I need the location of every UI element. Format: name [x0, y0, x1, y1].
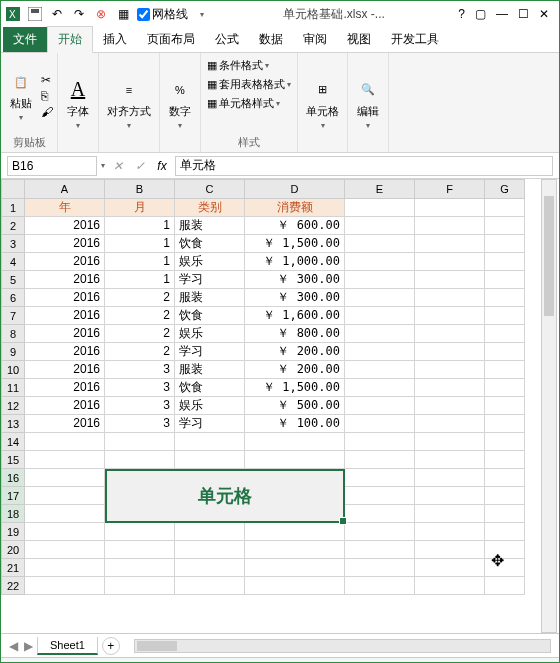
cell-A3[interactable]: 2016	[25, 235, 105, 253]
cell-D15[interactable]	[245, 451, 345, 469]
row-header-18[interactable]: 18	[1, 505, 25, 523]
row-header-10[interactable]: 10	[1, 361, 25, 379]
row-header-5[interactable]: 5	[1, 271, 25, 289]
save-icon[interactable]	[27, 6, 43, 22]
cell-E20[interactable]	[345, 541, 415, 559]
copy-icon[interactable]: ⎘	[41, 89, 53, 103]
row-header-9[interactable]: 9	[1, 343, 25, 361]
row-header-15[interactable]: 15	[1, 451, 25, 469]
cell-styles-button[interactable]: ▦单元格样式 ▾	[205, 95, 282, 112]
format-painter-icon[interactable]: 🖌	[41, 105, 53, 119]
cell-D4[interactable]: ￥ 1,000.00	[245, 253, 345, 271]
cell-D8[interactable]: ￥ 800.00	[245, 325, 345, 343]
cell-F14[interactable]	[415, 433, 485, 451]
cell-B12[interactable]: 3	[105, 397, 175, 415]
tab-view[interactable]: 视图	[337, 27, 381, 52]
cell-A6[interactable]: 2016	[25, 289, 105, 307]
cell-C8[interactable]: 娱乐	[175, 325, 245, 343]
cell-A12[interactable]: 2016	[25, 397, 105, 415]
cell-E18[interactable]	[345, 505, 415, 523]
cell-B8[interactable]: 2	[105, 325, 175, 343]
cell-B11[interactable]: 3	[105, 379, 175, 397]
cancel-formula-icon[interactable]: ✕	[109, 157, 127, 175]
cell-F4[interactable]	[415, 253, 485, 271]
grid-icon[interactable]: ▦	[115, 6, 131, 22]
cell-A4[interactable]: 2016	[25, 253, 105, 271]
font-button[interactable]: A字体▾	[62, 76, 94, 132]
cell-G17[interactable]	[485, 487, 525, 505]
cell-D14[interactable]	[245, 433, 345, 451]
cell-G18[interactable]	[485, 505, 525, 523]
cell-A8[interactable]: 2016	[25, 325, 105, 343]
row-header-6[interactable]: 6	[1, 289, 25, 307]
maximize-icon[interactable]: ☐	[518, 7, 529, 21]
cell-D11[interactable]: ￥ 1,500.00	[245, 379, 345, 397]
cell-F13[interactable]	[415, 415, 485, 433]
cell-F19[interactable]	[415, 523, 485, 541]
cell-B5[interactable]: 1	[105, 271, 175, 289]
cell-A9[interactable]: 2016	[25, 343, 105, 361]
cell-C19[interactable]	[175, 523, 245, 541]
cell-C21[interactable]	[175, 559, 245, 577]
qat-more-icon[interactable]: ▾	[194, 6, 210, 22]
cell-D19[interactable]	[245, 523, 345, 541]
cell-E17[interactable]	[345, 487, 415, 505]
col-header-F[interactable]: F	[415, 179, 485, 199]
cell-A16[interactable]	[25, 469, 105, 487]
cell-B6[interactable]: 2	[105, 289, 175, 307]
cell-E7[interactable]	[345, 307, 415, 325]
cell-C7[interactable]: 饮食	[175, 307, 245, 325]
formula-input[interactable]	[175, 156, 553, 176]
cell-B4[interactable]: 1	[105, 253, 175, 271]
cell-E14[interactable]	[345, 433, 415, 451]
cell-B22[interactable]	[105, 577, 175, 595]
row-header-21[interactable]: 21	[1, 559, 25, 577]
cell-G12[interactable]	[485, 397, 525, 415]
cell-F8[interactable]	[415, 325, 485, 343]
cell-G13[interactable]	[485, 415, 525, 433]
cell-G1[interactable]	[485, 199, 525, 217]
cell-F2[interactable]	[415, 217, 485, 235]
cell-E6[interactable]	[345, 289, 415, 307]
cell-C5[interactable]: 学习	[175, 271, 245, 289]
number-button[interactable]: %数字▾	[164, 76, 196, 132]
merged-cell[interactable]: 单元格	[105, 469, 345, 523]
cell-D13[interactable]: ￥ 100.00	[245, 415, 345, 433]
cell-G14[interactable]	[485, 433, 525, 451]
cell-D7[interactable]: ￥ 1,600.00	[245, 307, 345, 325]
cell-E9[interactable]	[345, 343, 415, 361]
cell-D9[interactable]: ￥ 200.00	[245, 343, 345, 361]
cell-G3[interactable]	[485, 235, 525, 253]
tab-developer[interactable]: 开发工具	[381, 27, 449, 52]
cell-E15[interactable]	[345, 451, 415, 469]
cell-G8[interactable]	[485, 325, 525, 343]
fx-icon[interactable]: fx	[153, 157, 171, 175]
cell-F12[interactable]	[415, 397, 485, 415]
row-header-8[interactable]: 8	[1, 325, 25, 343]
cell-C14[interactable]	[175, 433, 245, 451]
cell-A10[interactable]: 2016	[25, 361, 105, 379]
enter-formula-icon[interactable]: ✓	[131, 157, 149, 175]
ribbon-collapse-icon[interactable]: ▢	[475, 7, 486, 21]
cell-B19[interactable]	[105, 523, 175, 541]
cell-B14[interactable]	[105, 433, 175, 451]
tab-formulas[interactable]: 公式	[205, 27, 249, 52]
col-header-D[interactable]: D	[245, 179, 345, 199]
cell-F17[interactable]	[415, 487, 485, 505]
cell-F1[interactable]	[415, 199, 485, 217]
cell-A19[interactable]	[25, 523, 105, 541]
minimize-icon[interactable]: —	[496, 7, 508, 21]
align-button[interactable]: ≡对齐方式▾	[103, 76, 155, 132]
cell-C20[interactable]	[175, 541, 245, 559]
cell-G11[interactable]	[485, 379, 525, 397]
vertical-scrollbar[interactable]	[541, 179, 557, 633]
cell-C12[interactable]: 娱乐	[175, 397, 245, 415]
cell-E10[interactable]	[345, 361, 415, 379]
row-header-16[interactable]: 16	[1, 469, 25, 487]
cell-C6[interactable]: 服装	[175, 289, 245, 307]
cell-B2[interactable]: 1	[105, 217, 175, 235]
cell-A22[interactable]	[25, 577, 105, 595]
cell-F16[interactable]	[415, 469, 485, 487]
cell-C13[interactable]: 学习	[175, 415, 245, 433]
cell-G22[interactable]	[485, 577, 525, 595]
